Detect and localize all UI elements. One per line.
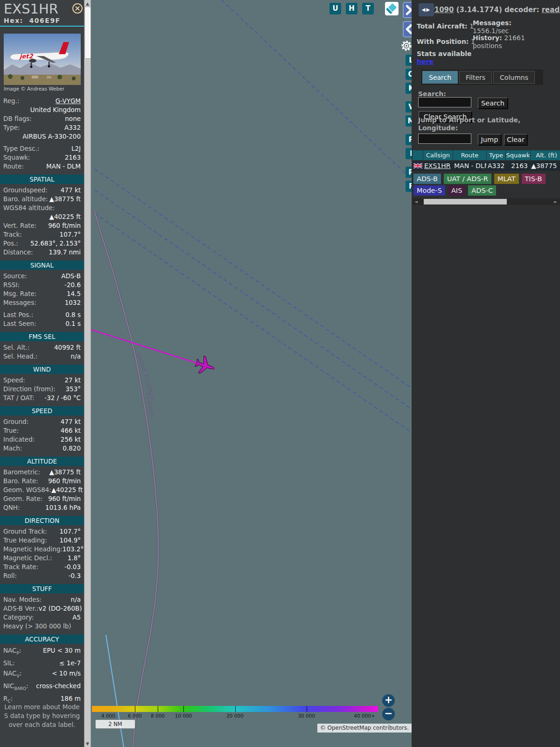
- panel-tabs: SearchFiltersColumns: [421, 70, 543, 85]
- decoder-link[interactable]: readsb: [542, 6, 560, 14]
- map-quick-buttons: UHT: [329, 3, 374, 14]
- data-value: MAN - DLM: [24, 162, 81, 171]
- data-value: n/a: [42, 595, 81, 604]
- close-icon[interactable]: [72, 3, 83, 14]
- scroll-left-icon[interactable]: ◄: [414, 200, 418, 204]
- zoom-in-button[interactable]: +: [382, 694, 395, 707]
- data-label: Track Rate:: [3, 563, 38, 571]
- layers-button[interactable]: [385, 2, 399, 15]
- column-header-altft[interactable]: Alt. (ft): [531, 150, 560, 160]
- column-header-flag[interactable]: [413, 150, 423, 160]
- tab-search[interactable]: Search: [422, 71, 458, 84]
- jump-button[interactable]: Jump: [478, 134, 501, 145]
- legend-tick-line: [135, 706, 135, 712]
- data-value: 0.8 s: [33, 310, 81, 319]
- aircraft-photo[interactable]: jet2: [4, 34, 81, 85]
- data-row: QNH:1013.6 hPa: [0, 503, 84, 512]
- data-value: A5: [34, 613, 81, 622]
- data-label: Magnetic Decl.:: [3, 554, 52, 563]
- badge-ads-c: ADS-C: [468, 185, 496, 196]
- data-label: Category:: [3, 613, 34, 622]
- section-rows: Nav. Modes:n/aADS-B Ver.:v2 (DO-260B)Cat…: [0, 595, 84, 631]
- settings-button[interactable]: [400, 39, 413, 52]
- squawk-cell: 2163: [506, 161, 530, 171]
- data-value: 960 ft/min: [36, 221, 81, 230]
- data-value: 353°: [56, 385, 81, 394]
- data-value: n/a: [37, 352, 81, 361]
- with-position-stat: With Position: 1: [417, 38, 475, 46]
- tab-columns[interactable]: Columns: [493, 71, 535, 84]
- badge-ads-b: ADS-B: [413, 174, 441, 184]
- search-button[interactable]: Search: [478, 98, 508, 109]
- data-label: ADS-B Ver.:: [3, 604, 39, 613]
- scroll-down-icon[interactable]: ▼: [85, 741, 90, 746]
- data-row: Route:MAN - DLM: [0, 162, 84, 171]
- data-value: -20.6: [20, 281, 81, 289]
- data-row: Type Desc.:L2J: [0, 144, 84, 153]
- badge-row: ADS-BUAT / ADS-RMLATTIS-B: [413, 174, 548, 184]
- search-input[interactable]: [418, 97, 471, 107]
- tab-filters[interactable]: Filters: [459, 71, 492, 84]
- altitude-cell: ▲38775: [531, 161, 560, 171]
- data-value: 477 kt: [28, 417, 81, 426]
- left-panel-scrollbar[interactable]: [84, 0, 91, 747]
- legend-tick-label: 40 000+: [354, 713, 375, 719]
- zoom-out-button[interactable]: −: [382, 708, 395, 720]
- hscrollbar-thumb[interactable]: [424, 199, 507, 204]
- data-row: True:466 kt: [0, 426, 84, 435]
- data-row: ADS-B Ver.:v2 (DO-260B): [0, 604, 84, 613]
- section-rows: Sel. Alt.:40992 ftSel. Head.:n/a: [0, 343, 84, 361]
- data-row: Msg. Rate:14.5: [0, 289, 84, 298]
- scrollbar-thumb[interactable]: [84, 7, 91, 59]
- data-value: 14.5: [36, 289, 81, 298]
- data-value: 52.683°, 2.153°: [18, 239, 81, 248]
- legend-tick-label: 10 000: [175, 713, 192, 719]
- section-header-wind: WIND: [0, 365, 84, 374]
- data-label: Pos.:: [3, 239, 18, 248]
- photo-brand-text: jet2: [19, 53, 33, 60]
- map-attribution[interactable]: © OpenStreetMap contributors.: [317, 724, 412, 733]
- scroll-up-icon[interactable]: ▲: [85, 1, 90, 6]
- column-header-squawk[interactable]: Squawk: [506, 150, 530, 160]
- aircraft-table-row[interactable]: EXS1HR MAN - DLM A332 2163 ▲38775: [413, 161, 560, 171]
- callsign-cell[interactable]: EXS1HR: [423, 161, 453, 171]
- jump-clear-button[interactable]: Clear: [504, 134, 527, 145]
- data-value: 107.7°: [22, 230, 81, 239]
- total-aircraft-stat: Total Aircraft: 1: [417, 22, 474, 30]
- table-toggle-button[interactable]: ◀▶: [419, 3, 434, 16]
- column-header-callsign[interactable]: Callsign: [423, 150, 453, 160]
- column-header-route[interactable]: Route: [453, 150, 486, 160]
- section-rows: Ground Track:107.7°True Heading:104.9°Ma…: [0, 527, 84, 580]
- data-row: Type:A332: [0, 123, 84, 132]
- data-label: QNH:: [3, 503, 20, 512]
- map-button-t[interactable]: T: [362, 3, 374, 14]
- data-value: 103.2°: [63, 545, 84, 554]
- section-rows: Barometric:▲38775 ftBaro. Rate:960 ft/mi…: [0, 468, 84, 512]
- data-label: Baro. altitude:: [3, 195, 48, 204]
- data-row: Track:107.7°: [0, 230, 84, 239]
- data-row: Baro. Rate:960 ft/min: [0, 477, 84, 486]
- data-label: Geom. WGS84:: [3, 486, 51, 494]
- jump-label: Jump to Airport or Latitude, Longitude:: [418, 116, 535, 132]
- scroll-right-icon[interactable]: ►: [554, 200, 557, 204]
- data-value[interactable]: G-VYGM: [20, 97, 81, 106]
- stats-link[interactable]: here: [417, 58, 434, 65]
- jump-input[interactable]: [418, 134, 471, 144]
- map-button-u[interactable]: U: [329, 3, 341, 14]
- data-label: Sel. Alt.:: [3, 343, 29, 352]
- data-row: Groundspeed:477 kt: [0, 186, 84, 195]
- data-value: 0.1 s: [36, 319, 81, 328]
- badge-uat-ads-r: UAT / ADS-R: [444, 174, 491, 184]
- data-row: SIL:≤ 1e-7: [0, 658, 84, 669]
- data-label: Baro. Rate:: [3, 477, 38, 486]
- map-button-h[interactable]: H: [346, 3, 357, 14]
- map-canvas[interactable]: United Kingdom England UHT: [91, 0, 412, 747]
- aircraft-icon[interactable]: [193, 354, 217, 377]
- data-label: Ground Track:: [3, 527, 47, 536]
- data-label: Type:: [3, 123, 20, 132]
- data-label: Last Pos.:: [3, 310, 33, 319]
- column-header-type[interactable]: Type: [487, 150, 505, 160]
- data-row: Ground:477 kt: [0, 417, 84, 426]
- map-scale-bar: 2 NM: [95, 719, 135, 729]
- data-value: v2 (DO-260B): [39, 604, 82, 613]
